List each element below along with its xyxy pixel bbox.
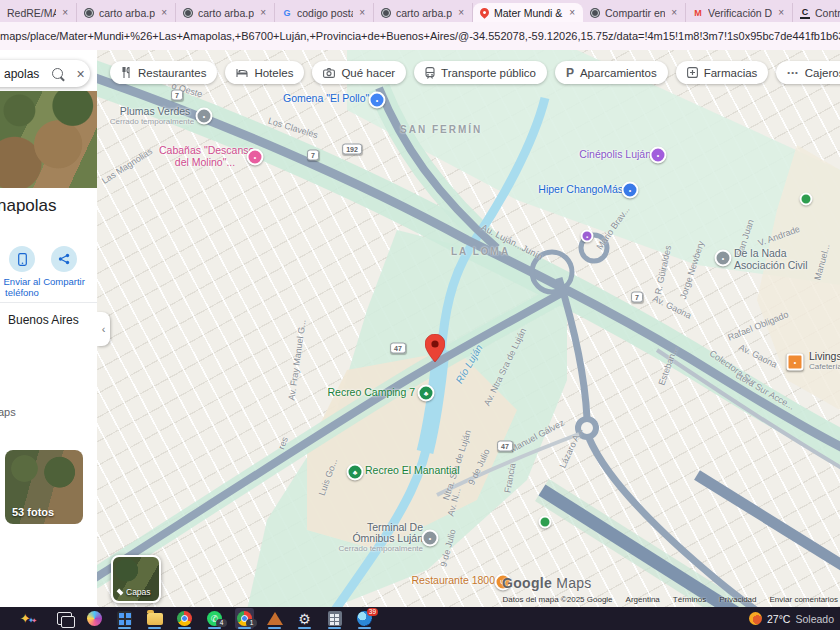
lodging-poi-icon[interactable]: •: [247, 149, 264, 166]
weather-temp: 27°C: [767, 613, 790, 625]
tab-carto-arba-3[interactable]: carto arba.pdf ×: [374, 3, 473, 22]
poi-label-livings-sub: Cafetería e: [809, 363, 840, 372]
green-poi-dot[interactable]: [800, 193, 813, 206]
park-tree-poi-icon[interactable]: ♣: [347, 464, 364, 481]
generic-poi-icon[interactable]: •: [715, 250, 732, 267]
park-tree-poi-icon[interactable]: ♣: [418, 385, 435, 402]
tab-title: carto arba.pdf: [198, 7, 254, 19]
attribution-data: Datos del mapa ©2025 Google: [503, 595, 613, 604]
tab-title: codigo postal de: [297, 7, 353, 19]
poi-label-cabanas-2[interactable]: del Molino"...: [159, 157, 251, 169]
poi-label-de-la-nada-1[interactable]: De la Nada: [734, 248, 787, 260]
poi-label-changomas[interactable]: Hiper ChangoMás: [531, 184, 623, 196]
mail-badge: 39: [367, 608, 378, 616]
supermarket-poi-icon[interactable]: •: [622, 182, 639, 199]
tab-compartir-whatsapp[interactable]: Compartir en Wh ×: [583, 3, 686, 22]
place-hero-photo[interactable]: [0, 91, 97, 188]
poi-label-de-la-nada-2[interactable]: Asociación Civil: [734, 260, 808, 272]
cinema-poi-icon[interactable]: •: [650, 147, 667, 164]
generic-poi-icon[interactable]: •: [196, 108, 213, 125]
photos-card[interactable]: 53 fotos: [5, 450, 83, 524]
globe-favicon: [183, 8, 193, 18]
close-icon[interactable]: ×: [259, 7, 267, 18]
tab-title: RedRE/MAX: [7, 7, 56, 19]
calculator-icon[interactable]: [325, 608, 344, 629]
poi-status-closed: Cerrado temporalmente: [105, 118, 199, 127]
collapse-panel-chevron[interactable]: ‹: [97, 312, 110, 346]
mail-app-icon[interactable]: 39: [355, 608, 374, 629]
cafe-poi-icon[interactable]: •: [787, 354, 804, 371]
pyramid-app-icon[interactable]: [265, 608, 284, 629]
search-icon[interactable]: [52, 68, 63, 79]
terms-link[interactable]: Términos: [673, 595, 706, 604]
file-explorer-icon[interactable]: [145, 608, 164, 629]
chip-restaurantes[interactable]: Restaurantes: [110, 61, 217, 84]
start-sparkle-icon[interactable]: ✦✦✦: [10, 608, 44, 629]
privacy-link[interactable]: Privacidad: [719, 595, 756, 604]
weather-condition: Soleado: [795, 613, 834, 625]
parking-icon: P: [566, 66, 574, 80]
poi-label-plumas-verdes[interactable]: Plumas Verdes: [111, 106, 199, 118]
whatsapp-icon[interactable]: ✆ 4: [205, 608, 224, 629]
poi-label-cabanas-1[interactable]: Cabañas "Descanso: [159, 145, 251, 157]
task-view-icon[interactable]: [55, 608, 74, 629]
poi-label-livings[interactable]: Livings C: [809, 351, 840, 363]
close-icon[interactable]: ×: [457, 7, 465, 18]
tab-mater-mundi-active[interactable]: Mater Mundi & L ×: [473, 3, 583, 22]
route-shield-7: 7: [171, 90, 183, 101]
close-icon[interactable]: ×: [160, 7, 168, 18]
photo-spot-dot[interactable]: ▪: [581, 230, 594, 243]
poi-status-closed: Cerrado temporalmente: [329, 545, 423, 554]
restaurant-icon: [121, 67, 132, 78]
feedback-link[interactable]: Enviar comentarios: [770, 595, 838, 604]
poi-label-recreo-camping[interactable]: Recreo Camping 7: [325, 387, 415, 399]
chrome-icon[interactable]: [175, 608, 194, 629]
tab-contractia[interactable]: C Contractia ×: [793, 3, 840, 22]
close-icon[interactable]: ×: [358, 7, 366, 18]
weather-widget[interactable]: 27°C Soleado: [749, 607, 834, 630]
poi-label-cinepolis[interactable]: Cinépolis Luján: [565, 149, 651, 161]
address-bar[interactable]: maps/place/Mater+Mundi+%26+Las+Amapolas,…: [0, 22, 840, 50]
sun-icon: [749, 612, 762, 625]
route-shield-47: 47: [390, 343, 406, 354]
tab-carto-arba-2[interactable]: carto arba.pdf ×: [176, 3, 275, 22]
globe-favicon: [590, 8, 600, 18]
google-logo-text: Google: [502, 575, 552, 591]
poi-label-restaurante-1800[interactable]: Restaurante 1800: [405, 575, 495, 587]
layers-button[interactable]: Capas: [111, 555, 161, 603]
chip-farmacias[interactable]: Farmacias: [676, 61, 769, 84]
tab-codigo-postal[interactable]: G codigo postal de ×: [275, 3, 374, 22]
share-button[interactable]: Compartir: [43, 246, 85, 288]
destination-pin[interactable]: [425, 334, 445, 366]
chip-que-hacer[interactable]: Qué hacer: [312, 61, 406, 84]
shop-poi-icon[interactable]: •: [369, 92, 386, 109]
tab-redremax[interactable]: RedRE/MAX ×: [0, 3, 77, 22]
layers-label: Capas: [126, 587, 151, 597]
close-icon[interactable]: ×: [61, 7, 69, 18]
chip-label: Farmacias: [704, 67, 758, 79]
green-poi-dot[interactable]: [539, 516, 552, 529]
store-grid-app-icon[interactable]: [115, 608, 134, 629]
chip-hoteles[interactable]: Hoteles: [225, 61, 304, 84]
chip-aparcamientos[interactable]: P Aparcamientos: [555, 61, 668, 84]
search-box[interactable]: apolas ×: [0, 60, 90, 87]
close-icon[interactable]: ×: [670, 7, 678, 18]
send-to-phone-button[interactable]: Enviar al teléfono: [1, 246, 43, 299]
map-canvas[interactable]: Restaurantes Hoteles Qué hacer Transport…: [97, 50, 840, 607]
chrome-active-icon[interactable]: 1: [235, 608, 254, 629]
close-icon[interactable]: ×: [568, 7, 576, 18]
poi-label-recreo-manantial[interactable]: Recreo El Manantial: [365, 465, 460, 477]
tab-carto-arba-1[interactable]: carto arba.pdf ×: [77, 3, 176, 22]
maps-link-fragment[interactable]: aps: [0, 406, 16, 418]
bus-terminal-poi-icon[interactable]: •: [422, 530, 439, 547]
search-input[interactable]: apolas: [4, 67, 39, 81]
poi-label-terminal-2[interactable]: Ómnibus Luján: [337, 533, 423, 545]
tab-verificacion[interactable]: M Verificación Docu ×: [686, 3, 793, 22]
poi-label-gomena[interactable]: Gomena "El Pollo": [283, 93, 369, 105]
settings-gear-icon[interactable]: ⚙: [295, 608, 314, 629]
clear-search-icon[interactable]: ×: [76, 66, 84, 82]
close-icon[interactable]: ×: [777, 7, 785, 18]
chip-cajeros[interactable]: ••• Cajeros automáticos: [776, 61, 840, 84]
chip-transporte[interactable]: Transporte público: [414, 61, 547, 84]
copilot-icon[interactable]: [85, 608, 104, 629]
